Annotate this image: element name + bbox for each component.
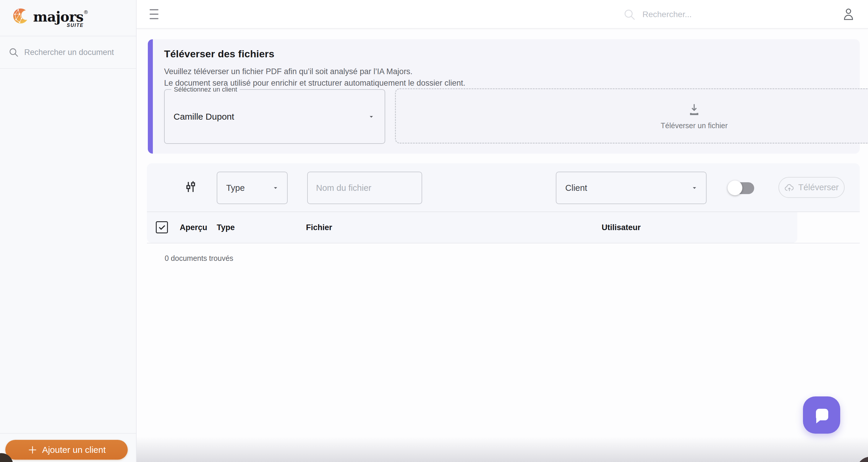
filter-toggle-switch[interactable] <box>731 181 754 194</box>
type-filter-select[interactable]: Type <box>217 172 288 204</box>
page-title: Téléverser des fichiers <box>164 48 274 60</box>
client-filter-value: Client <box>565 183 587 193</box>
user-account-button[interactable] <box>841 7 856 21</box>
sidebar: majors® SUITE Ajouter un client <box>0 0 136 462</box>
user-icon <box>841 7 856 21</box>
toggle-thumb <box>727 180 742 195</box>
filters-icon[interactable] <box>184 180 198 194</box>
search-icon <box>623 8 636 21</box>
divider <box>147 243 860 243</box>
chevron-down-icon <box>368 113 375 121</box>
brand-name: majors <box>33 9 83 25</box>
global-search-input[interactable] <box>643 10 796 19</box>
add-client-button[interactable]: Ajouter un client <box>5 440 128 460</box>
chevron-down-icon <box>272 184 279 192</box>
column-header-type[interactable]: Type <box>217 212 235 243</box>
documents-table-header: Aperçu Type Fichier Utilisateur <box>147 212 860 243</box>
type-filter-value: Type <box>226 183 245 193</box>
dropzone-label: Téléverser un fichier <box>661 122 727 130</box>
sidebar-divider <box>0 433 136 434</box>
brand-logo[interactable]: majors® SUITE <box>12 7 88 25</box>
results-count: 0 documents trouvés <box>165 254 233 263</box>
brand-suite: SUITE <box>67 23 84 28</box>
client-select-label: Séléctionnez un client <box>171 86 240 93</box>
upload-card: Téléverser des fichiers Veuillez téléver… <box>148 39 860 154</box>
client-filter-select[interactable]: Client <box>556 172 707 204</box>
client-select-value: Camille Dupont <box>174 112 234 122</box>
document-search-input[interactable] <box>24 48 128 57</box>
description-line-1: Veuillez téléverser un fichier PDF afin … <box>164 66 465 77</box>
global-search <box>623 0 796 29</box>
upload-button-label: Téléverser <box>798 183 839 192</box>
select-all-checkbox[interactable] <box>156 221 168 233</box>
download-icon <box>686 102 702 117</box>
table-header-background <box>147 212 797 243</box>
check-icon <box>158 223 166 232</box>
sidebar-divider <box>0 68 136 69</box>
sidebar-document-search <box>0 36 136 68</box>
chat-bubble-icon <box>811 404 832 426</box>
globe-logo-icon <box>12 7 30 25</box>
search-icon <box>8 47 19 58</box>
cloud-upload-icon <box>784 183 795 193</box>
file-dropzone[interactable]: Téléverser un fichier <box>395 88 868 143</box>
column-header-apercu[interactable]: Aperçu <box>180 212 207 243</box>
app-root: majors® SUITE Ajouter un client <box>0 0 868 462</box>
topbar <box>136 0 868 29</box>
chat-widget-button[interactable] <box>803 396 840 434</box>
brand-wordmark: majors® SUITE <box>33 8 88 24</box>
upload-button[interactable]: Téléverser <box>778 177 845 198</box>
registered-mark: ® <box>83 9 88 15</box>
client-select-field[interactable]: Séléctionnez un client Camille Dupont <box>164 89 385 144</box>
column-header-utilisateur[interactable]: Utilisateur <box>601 212 641 243</box>
filename-filter-input[interactable] <box>308 172 422 203</box>
add-client-label: Ajouter un client <box>42 445 105 455</box>
corner-overlay-right <box>857 457 868 462</box>
chevron-down-icon <box>691 184 698 192</box>
plus-icon <box>27 444 38 455</box>
column-header-fichier[interactable]: Fichier <box>306 212 332 243</box>
filename-filter-field <box>307 172 422 204</box>
bottom-fade <box>136 437 868 462</box>
hamburger-menu-icon[interactable] <box>150 9 159 19</box>
filter-toolbar: Type Client Téléverser <box>147 163 860 212</box>
